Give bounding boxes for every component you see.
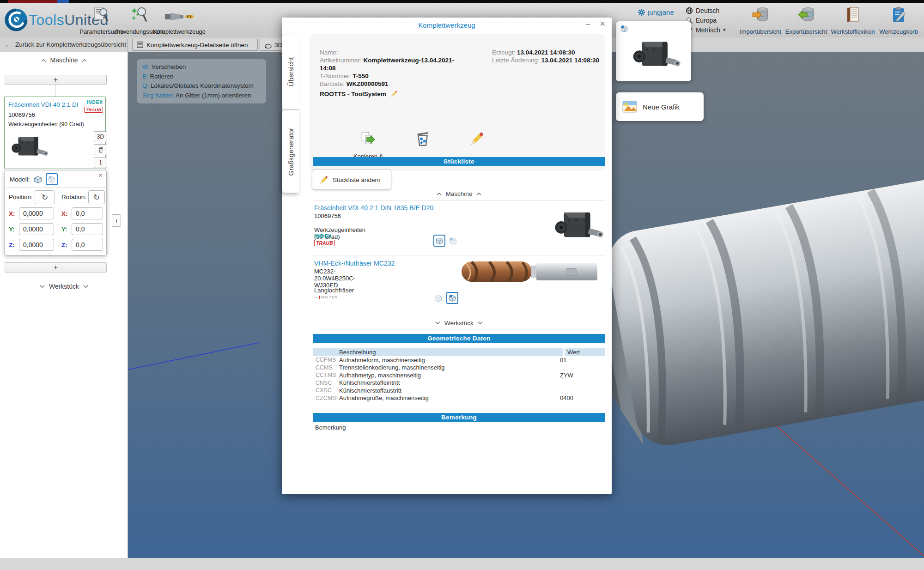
modal-tab-grafikgenerator[interactable]: Grafikgenerator (282, 110, 299, 193)
component-card[interactable]: Fräseinheit VDI 40 2:1 DIN INDEX TRAUB 1… (4, 97, 106, 169)
sidebar-section-werkstueck[interactable]: Werkstück (0, 282, 128, 291)
article-value: Komplettwerkzeug-13.04.2021- (364, 57, 455, 64)
bom-item-title-link[interactable]: Fräseinheit VDI 40 2:1 DIN 1835 B/E D20 (314, 204, 462, 212)
structure-sidebar: Maschine + Fräseinheit VDI 40 2:1 DIN IN… (0, 52, 128, 558)
view-3d-button[interactable]: 3D (94, 131, 107, 142)
quantity-field[interactable]: 1 (94, 157, 107, 168)
tnumber-label: T-Nummer: (320, 73, 351, 79)
cam-cube-icon (448, 293, 457, 303)
view-3d-label: 3D (97, 133, 104, 140)
toolsunited-logo-icon (5, 7, 28, 32)
add-machine-component-button[interactable]: + (5, 75, 107, 85)
position-y-input[interactable] (19, 223, 54, 235)
close-button[interactable]: × (600, 18, 605, 29)
reset-rotation-button[interactable]: ↻ (88, 190, 105, 204)
graphic-preview-card[interactable] (616, 21, 691, 81)
region-selector[interactable]: Europa (686, 15, 725, 25)
material-lexicon-book-icon (845, 6, 861, 24)
back-label: Zurück zur Komplettwerkzeugsübersicht (15, 41, 126, 48)
row-description: Trennstellenkodierung, maschinenseitig (339, 364, 560, 371)
tool-info-panel: Name: Artikelnummer: Komplettwerkzeug-13… (310, 34, 605, 171)
complete-tool-icon (164, 8, 195, 25)
add-attached-component-button[interactable]: + (112, 214, 121, 227)
edit-pencil-icon[interactable] (390, 90, 398, 98)
bom-item-number: MC232-20.0W4B250C-WJ30ED (314, 268, 355, 289)
model-cube-toggle-active[interactable] (433, 235, 445, 247)
geo-table-row: CNSC Kühlschmierstoffeintritt (313, 379, 605, 387)
nav-label: Werkzeugkorb (879, 28, 918, 35)
bom-item-title-link[interactable]: VHM-Eck-/Nutfräser MC232 (314, 260, 462, 267)
nav-werkstofflexikon[interactable]: Werkstofflexikon (827, 6, 879, 35)
row-value: 01 (560, 357, 566, 364)
panel-divider (5, 187, 107, 188)
modal-section-maschine[interactable]: Maschine (313, 189, 605, 198)
index-logo: INDEX (84, 100, 103, 105)
cam-cube-toggle-active[interactable] (446, 292, 458, 304)
geo-table-row: CCFMS Aufnahmeform, maschinenseitig 01 (313, 356, 605, 364)
language-selector[interactable]: Deutsch (686, 6, 725, 15)
row-code: CNSC (313, 380, 339, 386)
geometry-table: Beschreibung Wert CCFMS Aufnahmeform, ma… (313, 348, 605, 402)
reset-position-button[interactable]: ↻ (35, 190, 55, 204)
walter-logo-dash (314, 297, 318, 297)
model-cam-cube-toggle[interactable] (46, 173, 58, 185)
copy-documents-icon (360, 131, 377, 147)
back-link[interactable]: ← Zurück zur Komplettwerkzeugsübersicht (5, 37, 126, 52)
table-header-beschreibung: Beschreibung (313, 348, 563, 356)
bom-item-number: 10069756 (314, 212, 341, 219)
application-search-icon (131, 6, 149, 24)
walter-logo-text: WALTER (321, 295, 337, 299)
rotation-label: Rotation: (61, 194, 86, 200)
edit-bom-button[interactable]: Stückliste ändern (312, 170, 391, 190)
sidebar-section-maschine[interactable]: Maschine (0, 56, 128, 64)
modal-title: Komplettwerkzeug (282, 21, 612, 29)
rotation-y-input[interactable] (72, 223, 103, 235)
pencil-icon (319, 175, 328, 185)
article-label: Artikelnummer: (320, 57, 362, 64)
tab-detail-page[interactable]: Komplettwerkzeug-Detailseite öffnen (132, 39, 258, 51)
row-code: CZCMS (313, 395, 339, 401)
new-graphic-button[interactable]: Neue Grafik (616, 92, 704, 121)
user-menu[interactable]: jungjane (638, 8, 674, 16)
component-title-link[interactable]: Fräseinheit VDI 40 2:1 DIN (8, 101, 79, 108)
position-x-input[interactable] (19, 207, 54, 219)
rotation-x-input[interactable] (72, 207, 103, 219)
section-label: Maschine (446, 190, 473, 197)
rotation-z-input[interactable] (72, 239, 103, 251)
chevron-down-icon (477, 321, 483, 325)
nav-werkzeugkorb[interactable]: Werkzeugkorb (875, 6, 923, 35)
cube-3d-icon (435, 236, 444, 245)
parameter-search-icon (93, 6, 110, 24)
minimize-button[interactable]: – (586, 19, 590, 29)
refresh-icon: ↻ (93, 193, 100, 202)
nav-komplettwerkzeuge[interactable]: Komplettwerkzeuge (150, 6, 208, 35)
close-model-panel-button[interactable]: × (98, 171, 103, 180)
model-label: Modell: (10, 176, 30, 183)
geo-table-row: CXSC Kühlschmierstoffaustritt (313, 387, 605, 394)
traub-logo: TRAUB (84, 107, 103, 113)
picture-icon (622, 101, 637, 113)
user-name: jungjane (648, 8, 674, 16)
quantity-value: 1 (99, 159, 102, 166)
divider (313, 255, 605, 255)
nav-exportuebersicht[interactable]: Exportübersicht (782, 6, 831, 35)
bom-item-image (460, 258, 601, 285)
section-label: Werkstück (49, 283, 79, 290)
add-machine-component-button-bottom[interactable]: + (5, 262, 107, 273)
traub-logo: TRAUB (314, 240, 335, 246)
nav-label: Werkstofflexikon (831, 28, 875, 35)
cam-cube-toggle-inactive[interactable] (448, 236, 458, 246)
model-cube-icon[interactable] (33, 174, 43, 184)
position-z-input[interactable] (19, 239, 54, 251)
plus-label: + (54, 76, 58, 84)
region-label: Europa (696, 17, 717, 24)
modal-section-werkstueck[interactable]: Werkstück (313, 319, 605, 327)
model-cube-toggle-inactive[interactable] (433, 293, 443, 303)
modal-tab-uebersicht[interactable]: Übersicht (282, 34, 299, 109)
model-transform-panel: Modell: × Position: ↻ Rotation: ↻ X: (5, 170, 107, 255)
chevron-up-icon (81, 58, 87, 62)
nav-importuebersicht[interactable]: Importübersicht (735, 6, 786, 35)
delete-component-button[interactable] (94, 144, 107, 155)
units-selector[interactable]: Metrisch ▾ (686, 25, 725, 35)
trash-cubes-icon (414, 131, 431, 147)
